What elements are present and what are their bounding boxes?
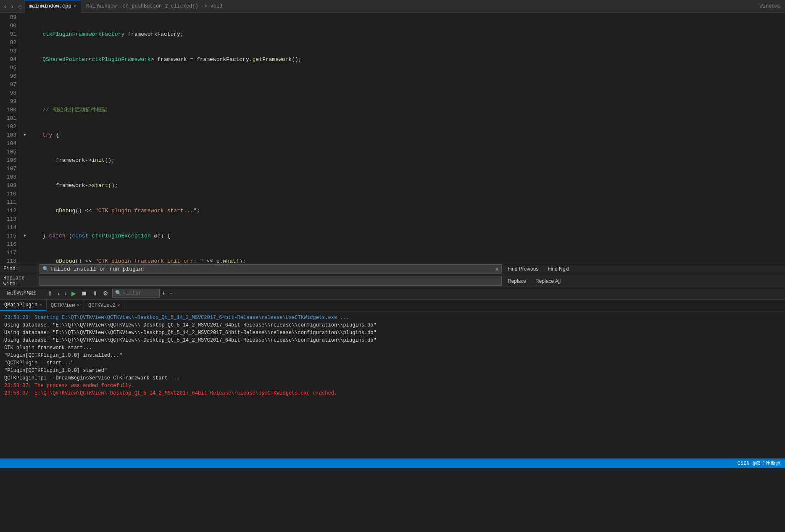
bottom-toolbar: ⇧ ‹ › ▶ ⏹ ⏸ ⚙ [45, 289, 111, 298]
next-output-btn[interactable]: › [63, 289, 69, 298]
prev-output-btn[interactable]: ‹ [55, 289, 62, 298]
settings-btn[interactable]: ⚙ [101, 289, 111, 298]
find-bar: Find: 🔍 ✕ Find Previous Find Next [0, 263, 785, 275]
code-line-98: qDebug() << "CTK plugin framework init e… [24, 257, 785, 263]
find-label: Find: [3, 266, 37, 272]
replace-button[interactable]: Replace [504, 277, 529, 285]
status-bar: CSDN @双子座断点 [0, 458, 785, 468]
code-line-91 [24, 81, 785, 89]
output-line-10: 23:58:37: The process was ended forceful… [4, 382, 781, 390]
output-line-2: Using database: "E:\\QT\\QVTKView\\QCTKV… [4, 321, 781, 329]
output-line-6: "Plugin[QCTKPlugin_1.0.0] installed..." [4, 352, 781, 359]
scroll-up-btn[interactable]: ⇧ [45, 289, 55, 298]
editor-area: 89 90 91 92 93 94 95 96 97 98 99 100 101… [0, 13, 785, 263]
find-input-wrap: 🔍 ✕ [40, 264, 502, 274]
window-label: Windows [760, 3, 785, 9]
zoom-out-btn[interactable]: − [167, 290, 174, 297]
replace-input-wrap [40, 277, 502, 286]
output-tab-bar: QMainPlugin × QCTKView × QCTKView2 × [0, 300, 785, 311]
find-clear-btn[interactable]: ✕ [495, 266, 499, 273]
output-line-9: QCTKPluginImpl - DreamBeginsService CTKF… [4, 374, 781, 382]
find-next-button[interactable]: Find Next [544, 265, 572, 273]
tab-label: mainwindow.cpp [29, 3, 71, 9]
code-line-94: framework->init(); [24, 156, 785, 165]
replace-bar: Replace with: Replace Replace All [0, 275, 785, 287]
run-btn[interactable]: ▶ [69, 289, 78, 298]
output-line-3: Using database: "E:\\QT\\QVTKView\\QCTKV… [4, 329, 781, 337]
find-input[interactable] [50, 266, 494, 272]
nav-home-btn[interactable]: ⌂ [16, 0, 24, 12]
stop-btn[interactable]: ⏹ [79, 289, 89, 298]
code-line-92: // 初始化并启动插件框架 [24, 106, 785, 114]
output-tab-label: QCTKView [51, 303, 75, 308]
bottom-panel-title: 应用程序输出 [2, 287, 42, 299]
replace-label: Replace with: [3, 275, 37, 287]
code-editor[interactable]: ctkPluginFrameworkFactory frameworkFacto… [20, 13, 785, 263]
code-line-93: ▼ try { [24, 131, 785, 140]
bottom-tab-bar: 应用程序输出 ⇧ ‹ › ▶ ⏹ ⏸ ⚙ 🔍 + − [0, 287, 785, 300]
nav-forward-btn[interactable]: › [9, 0, 16, 12]
output-area: 23:58:28: Starting E:\QT\QVTKView\QCTKVi… [0, 311, 785, 458]
output-line-11: 23:58:37: E:\QT\QVTKView\QCTKView\-Deskt… [4, 390, 781, 397]
zoom-in-btn[interactable]: + [160, 290, 167, 297]
code-line-89: ctkPluginFrameworkFactory frameworkFacto… [24, 30, 785, 39]
output-tab-label: QCTKView2 [88, 303, 116, 308]
filter-input-wrap: 🔍 [112, 289, 160, 298]
function-signature: MainWindow::on_pushButton_2_clicked() ->… [86, 3, 222, 9]
code-line-95: framework->start(); [24, 182, 785, 190]
replace-all-button[interactable]: Replace All [532, 277, 564, 285]
code-line-97: ▼ } catch (const ctkPluginException &e) … [24, 232, 785, 240]
output-line-5: CTK plugin framework start... [4, 344, 781, 352]
output-tab-qctkview-close[interactable]: × [76, 303, 79, 308]
output-tab-qctkview2[interactable]: QCTKView2 × [84, 300, 124, 311]
replace-input[interactable] [42, 278, 499, 284]
search-icon: 🔍 [42, 266, 49, 272]
filter-input[interactable] [123, 290, 157, 296]
code-line-90: QSharedPointer<ctkPluginFramework> frame… [24, 55, 785, 64]
pause-btn[interactable]: ⏸ [90, 289, 100, 298]
output-line-1: 23:58:28: Starting E:\QT\QVTKView\QCTKVi… [4, 314, 781, 321]
tab-mainwindow-cpp[interactable]: mainwindow.cpp × [24, 0, 81, 13]
tab-close-btn[interactable]: × [74, 4, 77, 9]
output-tab-qmainplugin-close[interactable]: × [39, 303, 42, 308]
output-line-7: "QCTKPlugin - start..." [4, 359, 781, 367]
output-line-8: "Plugin[QCTKPlugin_1.0.0] started" [4, 367, 781, 374]
output-tab-qctkview2-close[interactable]: × [117, 303, 120, 308]
code-line-96: qDebug() << "CTK plugin framework start.… [24, 207, 785, 215]
find-previous-button[interactable]: Find Previous [504, 265, 542, 273]
nav-back-btn[interactable]: ‹ [2, 0, 9, 12]
tab-bar: ‹ › ⌂ mainwindow.cpp × MainWindow::on_pu… [0, 0, 785, 13]
output-tab-qctkview[interactable]: QCTKView × [47, 300, 84, 311]
output-tab-label: QMainPlugin [4, 302, 37, 308]
output-tab-qmainplugin[interactable]: QMainPlugin × [0, 300, 47, 311]
output-line-4: Using database: "E:\\QT\\QVTKView\\QCTKV… [4, 337, 781, 344]
status-label: CSDN @双子座断点 [738, 460, 781, 467]
filter-icon: 🔍 [115, 290, 121, 296]
line-numbers: 89 90 91 92 93 94 95 96 97 98 99 100 101… [0, 13, 20, 263]
